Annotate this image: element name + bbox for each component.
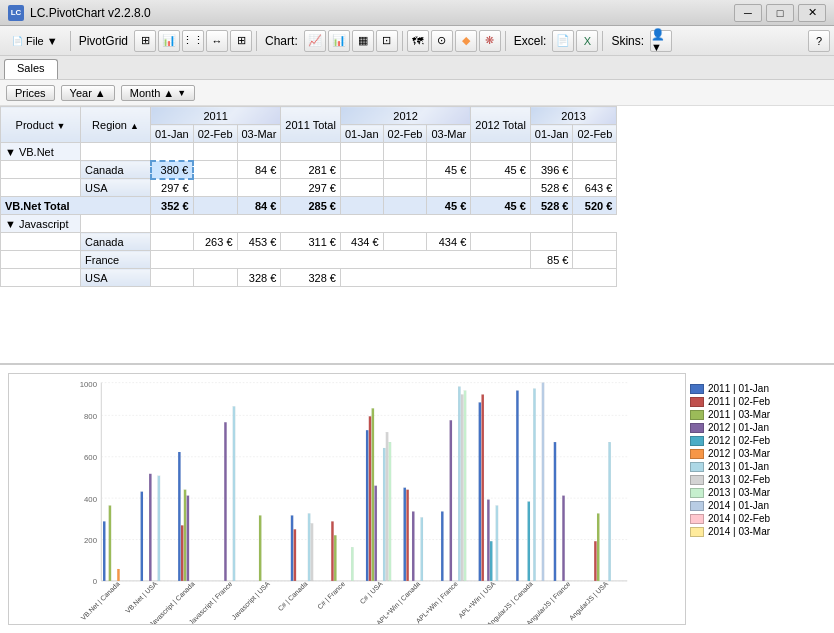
region-cell: USA — [81, 269, 151, 287]
chart-area: 0 200 400 600 800 1000 V — [0, 365, 834, 633]
val-cell: 311 € — [281, 233, 341, 251]
excel-btn-1[interactable]: 📄 — [552, 30, 574, 52]
svg-rect-20 — [178, 452, 180, 581]
svg-rect-29 — [308, 513, 310, 580]
val-cell — [237, 179, 281, 197]
svg-rect-27 — [291, 515, 293, 580]
svg-rect-44 — [421, 517, 423, 580]
help-button[interactable]: ? — [808, 30, 830, 52]
product-header[interactable]: Product ▼ — [1, 107, 81, 143]
val-cell: 352 € — [151, 197, 194, 215]
legend-label: 2011 | 02-Feb — [708, 396, 770, 407]
region-cell: Canada — [81, 161, 151, 179]
chart-btn-2[interactable]: 📊 — [328, 30, 350, 52]
chart-btn-7[interactable]: ◆ — [455, 30, 477, 52]
year-filter[interactable]: Year ▲ — [61, 85, 115, 101]
val-cell: 285 € — [281, 197, 341, 215]
main-content: Prices Year ▲ Month ▲ ▼ Product ▼ Region… — [0, 80, 834, 633]
legend-item: 2011 | 01-Jan — [690, 383, 822, 394]
val-cell: 281 € — [281, 161, 341, 179]
val-cell — [471, 143, 531, 161]
svg-rect-43 — [412, 512, 414, 581]
product-cell: ▼ Javascript — [1, 215, 81, 233]
skins-btn[interactable]: 👤▼ — [650, 30, 672, 52]
sales-tab[interactable]: Sales — [4, 59, 58, 79]
val-cell — [573, 233, 617, 251]
file-menu[interactable]: 📄 File ▼ — [4, 33, 66, 49]
val-cell: 520 € — [573, 197, 617, 215]
toolbar-btn-5[interactable]: ⊞ — [230, 30, 252, 52]
svg-text:C# | Canada: C# | Canada — [276, 580, 309, 613]
val-cell: 297 € — [281, 179, 341, 197]
legend-item: 2011 | 03-Mar — [690, 409, 822, 420]
sep3 — [402, 31, 403, 51]
val-cell — [383, 161, 427, 179]
total-2011-header: 2011 Total — [281, 107, 341, 143]
prices-filter[interactable]: Prices — [6, 85, 55, 101]
month-filter[interactable]: Month ▲ ▼ — [121, 85, 195, 101]
chart-btn-3[interactable]: ▦ — [352, 30, 374, 52]
val-cell: 45 € — [471, 197, 531, 215]
toolbar-btn-2[interactable]: 📊 — [158, 30, 180, 52]
year-2011-header: 2011 — [151, 107, 281, 125]
legend-item: 2013 | 01-Jan — [690, 461, 822, 472]
toolbar-btn-3[interactable]: ⋮⋮ — [182, 30, 204, 52]
legend-label: 2014 | 02-Feb — [708, 513, 770, 524]
val-cell — [193, 269, 237, 287]
jan-2012: 01-Jan — [340, 125, 383, 143]
feb-2013: 02-Feb — [573, 125, 617, 143]
svg-rect-59 — [554, 442, 556, 581]
svg-rect-46 — [450, 420, 452, 581]
val-cell — [427, 143, 471, 161]
bar-chart: 0 200 400 600 800 1000 V — [9, 374, 685, 624]
product-cell — [1, 179, 81, 197]
val-cell — [281, 143, 341, 161]
maximize-button[interactable]: □ — [766, 4, 794, 22]
val-cell: 434 € — [427, 233, 471, 251]
legend-item: 2014 | 03-Mar — [690, 526, 822, 537]
val-cell: 45 € — [427, 197, 471, 215]
val-cell: 328 € — [237, 269, 281, 287]
chart-btn-6[interactable]: ⊙ — [431, 30, 453, 52]
region-header[interactable]: Region ▲ — [81, 107, 151, 143]
val-cell — [193, 197, 237, 215]
chart-btn-1[interactable]: 📈 — [304, 30, 326, 52]
minimize-button[interactable]: ─ — [734, 4, 762, 22]
svg-rect-15 — [109, 506, 111, 581]
legend-item: 2011 | 02-Feb — [690, 396, 822, 407]
menu-bar: 📄 File ▼ PivotGrid ⊞ 📊 ⋮⋮ ↔ ⊞ Chart: 📈 📊… — [0, 26, 834, 56]
svg-text:Javascript | France: Javascript | France — [188, 580, 235, 624]
close-button[interactable]: ✕ — [798, 4, 826, 22]
feb-2011: 02-Feb — [193, 125, 237, 143]
pivot-table-wrapper[interactable]: Product ▼ Region ▲ 2011 2011 Total 2012 … — [0, 106, 834, 363]
val-cell — [151, 269, 194, 287]
sep5 — [602, 31, 603, 51]
legend-label: 2013 | 03-Mar — [708, 487, 770, 498]
excel-btn-2[interactable]: X — [576, 30, 598, 52]
chart-btn-8[interactable]: ❋ — [479, 30, 501, 52]
legend-label: 2012 | 01-Jan — [708, 422, 769, 433]
chart-legend: 2011 | 01-Jan 2011 | 02-Feb 2011 | 03-Ma… — [686, 373, 826, 625]
legend-label: 2011 | 03-Mar — [708, 409, 770, 420]
svg-rect-17 — [141, 492, 143, 581]
val-cell — [237, 143, 281, 161]
legend-label: 2011 | 01-Jan — [708, 383, 769, 394]
svg-rect-19 — [158, 476, 160, 581]
year-2013-header: 2013 — [530, 107, 617, 125]
chart-label: Chart: — [261, 34, 302, 48]
svg-text:VB.Net | Canada: VB.Net | Canada — [79, 580, 121, 622]
chart-btn-4[interactable]: ⊡ — [376, 30, 398, 52]
toolbar-btn-1[interactable]: ⊞ — [134, 30, 156, 52]
val-cell — [193, 179, 237, 197]
svg-rect-60 — [562, 496, 564, 581]
legend-item: 2012 | 03-Mar — [690, 448, 822, 459]
table-row: VB.Net Total 352 € 84 € 285 € 45 € 45 € … — [1, 197, 617, 215]
svg-rect-36 — [372, 408, 374, 581]
val-cell: 263 € — [193, 233, 237, 251]
table-row: Canada 380 € 84 € 281 € 45 € 45 € 396 € — [1, 161, 617, 179]
chart-btn-5[interactable]: 🗺 — [407, 30, 429, 52]
val-cell — [193, 143, 237, 161]
svg-text:APL+Win | France: APL+Win | France — [414, 580, 459, 624]
svg-rect-16 — [117, 569, 119, 581]
toolbar-btn-4[interactable]: ↔ — [206, 30, 228, 52]
